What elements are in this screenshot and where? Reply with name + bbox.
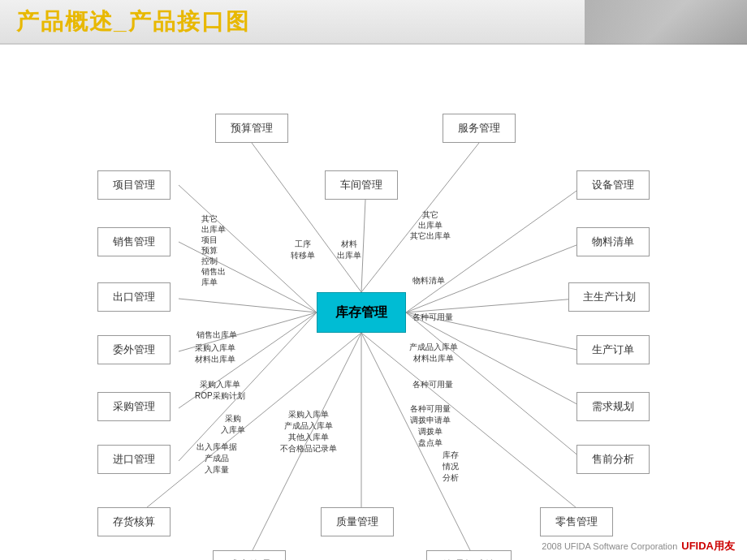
- header-building-image: [585, 0, 747, 45]
- module-xiaoshou: 销售管理: [97, 227, 171, 256]
- module-zhusheng: 主生产计划: [568, 282, 650, 312]
- module-fuwu: 服务管理: [443, 114, 516, 143]
- module-yusuan: 预算管理: [215, 114, 288, 143]
- label-wuliao-qingdan: 物料清单: [412, 264, 445, 286]
- svg-line-0: [252, 143, 361, 292]
- label-right-qita: 其它出库单其它出库单: [410, 199, 451, 241]
- label-kucun: 库存情况分析: [443, 438, 459, 484]
- module-chengben: 成本管理: [213, 550, 286, 560]
- module-guanli: 管理驾驶舱: [426, 550, 512, 560]
- module-chukou: 出口管理: [97, 282, 171, 312]
- footer-brand: UFIDA用友: [681, 539, 735, 554]
- svg-line-5: [179, 299, 317, 312]
- label-left-top: 其它出库单项目预算控制销售出库单: [201, 203, 226, 287]
- label-gongxu: 工序转移单: [291, 227, 315, 261]
- module-xuqiu: 需求规划: [576, 392, 650, 421]
- label-caigou-rop: 采购入库单ROP采购计划: [195, 368, 245, 402]
- module-jinkou: 进口管理: [97, 445, 171, 474]
- module-weiwei: 委外管理: [97, 335, 171, 364]
- center-module: 库存管理: [317, 292, 406, 333]
- main-diagram: 库存管理 预算管理 服务管理 项目管理 销售管理 出口管理 委外管理 采购管理 …: [0, 45, 747, 560]
- svg-line-2: [361, 200, 365, 292]
- module-wuliao: 物料清单: [576, 227, 650, 256]
- footer: 2008 UFIDA Software Corporation UFIDA用友: [542, 539, 735, 554]
- module-caigou: 采购管理: [97, 392, 171, 421]
- module-lingxiao: 零售管理: [540, 507, 613, 536]
- label-geyong2: 各种可用量: [412, 368, 453, 390]
- module-qianxi: 售前分析: [576, 445, 650, 474]
- module-zhiliang: 质量管理: [321, 507, 394, 536]
- module-shebei: 设备管理: [576, 170, 650, 200]
- module-cunchuo: 存货核算: [97, 507, 171, 536]
- module-xiangmu: 项目管理: [97, 170, 171, 200]
- module-chejian: 车间管理: [325, 170, 398, 200]
- svg-line-17: [361, 333, 581, 511]
- header: 产品概述_产品接口图: [0, 0, 747, 45]
- module-shengchan: 生产订单: [576, 335, 650, 364]
- label-chengpin: 产成品入库单材料出库单: [409, 330, 458, 364]
- label-geyong1: 各种可用量: [412, 300, 453, 323]
- label-cailiao: 材料出库单: [337, 227, 361, 261]
- footer-copyright: 2008 UFIDA Software Corporation: [542, 541, 677, 551]
- label-bottom-center: 采购入库单产成品入库单其他入库单不合格品记录单: [280, 398, 337, 454]
- label-caigou-rukudan: 采购入库单材料出库单: [195, 331, 235, 365]
- label-jinkou: 出入库单据产成品入库量: [196, 430, 237, 476]
- page-title: 产品概述_产品接口图: [16, 6, 250, 37]
